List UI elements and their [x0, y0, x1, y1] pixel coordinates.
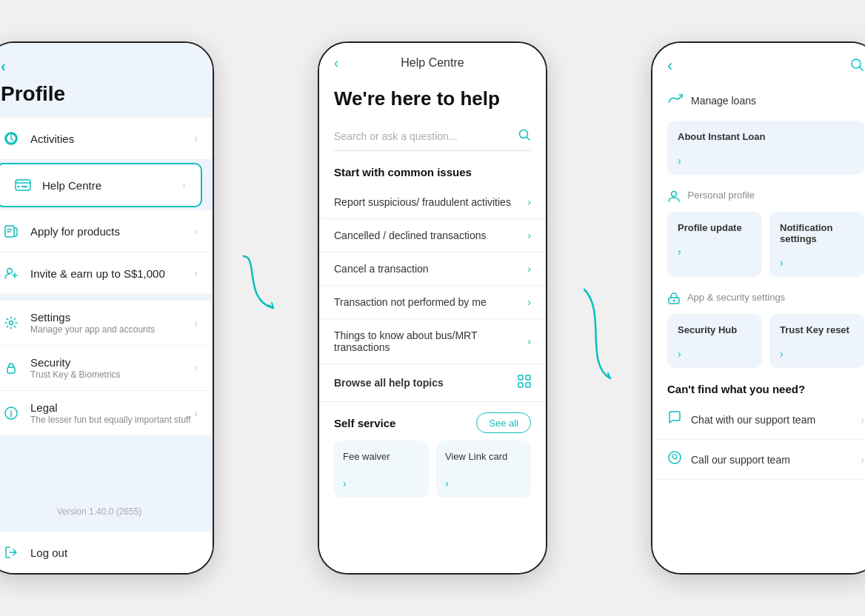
- help-item-suspicious-chevron: ›: [527, 196, 531, 208]
- sidebar-item-legal[interactable]: Legal The lesser fun but equally importa…: [0, 391, 213, 436]
- about-instant-loan-label: About Instant Loan: [678, 131, 854, 142]
- notification-settings-label: Notification settings: [780, 222, 854, 244]
- invite-label: Invite & earn up to S$1,000: [30, 267, 194, 280]
- notification-settings-card[interactable]: Notification settings ›: [769, 212, 864, 277]
- common-issues-label: Start with common issues: [319, 161, 546, 186]
- menu-divider: [0, 295, 213, 301]
- help-item-not-performed-chevron: ›: [527, 296, 531, 308]
- svg-point-1: [18, 186, 20, 188]
- sidebar-item-apply-products[interactable]: Apply for products ›: [0, 210, 213, 252]
- apply-products-label: Apply for products: [30, 225, 194, 238]
- search-placeholder: Search or ask a question...: [334, 130, 518, 142]
- invite-chevron: ›: [194, 267, 198, 279]
- sidebar-item-security[interactable]: Security Trust Key & Biometrics ›: [0, 346, 213, 391]
- service-card-fee-waiver[interactable]: Fee waiver ›: [334, 441, 429, 498]
- help-item-suspicious-text: Report suspicious/ fraudulent activities: [334, 196, 527, 208]
- personal-profile-cards: Profile update › Notification settings ›: [652, 207, 865, 284]
- legal-chevron: ›: [194, 407, 198, 419]
- call-support-item[interactable]: Call our support team ›: [652, 440, 865, 480]
- sidebar-item-settings[interactable]: Settings Manage your app and accounts ›: [0, 301, 213, 346]
- svg-rect-10: [526, 375, 530, 380]
- help-item-suspicious[interactable]: Report suspicious/ fraudulent activities…: [319, 186, 546, 219]
- service-card-view-link-card[interactable]: View Link card ›: [436, 441, 531, 498]
- view-link-card-chevron: ›: [445, 478, 449, 489]
- legal-icon: [1, 403, 21, 424]
- service-cards-container: Fee waiver › View Link card ›: [319, 441, 546, 498]
- manage-loans-label: Manage loans: [691, 95, 756, 107]
- see-all-label: See all: [489, 418, 518, 429]
- chat-support-chevron: ›: [861, 414, 864, 426]
- security-hub-card[interactable]: Security Hub ›: [667, 314, 762, 368]
- back-icon[interactable]: ‹: [1, 58, 6, 75]
- view-link-card-label: View Link card: [445, 451, 522, 462]
- svg-point-16: [673, 300, 675, 302]
- help-centre-chevron: ›: [182, 179, 186, 191]
- profile-header: ‹: [0, 43, 213, 82]
- about-instant-loan-card[interactable]: About Instant Loan ›: [667, 121, 864, 175]
- trust-key-reset-card[interactable]: Trust Key reset ›: [769, 314, 864, 368]
- apply-products-chevron: ›: [194, 225, 198, 237]
- activities-label: Activities: [30, 133, 194, 145]
- help-centre-back-icon[interactable]: ‹: [334, 56, 338, 71]
- security-hub-label: Security Hub: [678, 324, 752, 335]
- app-security-section-title: App & security settings: [652, 284, 865, 309]
- svg-rect-0: [16, 180, 30, 190]
- svg-point-13: [852, 59, 861, 68]
- help-item-cancelled[interactable]: Cancelled / declined transactions ›: [319, 219, 546, 252]
- sidebar-item-help-centre[interactable]: Help Centre ›: [0, 163, 202, 207]
- search-bar[interactable]: Search or ask a question...: [334, 122, 531, 151]
- settings-label: Settings: [30, 311, 70, 324]
- security-settings-header: ‹: [652, 43, 865, 83]
- grid-icon: [518, 375, 531, 391]
- invite-icon: [1, 263, 21, 284]
- phone-security-settings: ‹ Mana: [651, 41, 865, 575]
- chat-support-item[interactable]: Chat with our support team ›: [652, 400, 865, 440]
- notification-settings-chevron: ›: [780, 257, 784, 269]
- settings-chevron: ›: [194, 317, 198, 329]
- security-settings-screen: ‹ Mana: [652, 43, 865, 573]
- logout-label: Log out: [30, 546, 198, 559]
- security-settings-back-icon[interactable]: ‹: [667, 56, 672, 76]
- sidebar-item-invite[interactable]: Invite & earn up to S$1,000 ›: [0, 252, 213, 295]
- help-centre-hero: We're here to help: [319, 77, 546, 122]
- svg-point-14: [672, 192, 677, 197]
- cant-find-label: Can't find what you need?: [652, 375, 865, 400]
- help-centre-header-title: Help Centre: [401, 56, 464, 70]
- phone-help-centre: ‹ Help Centre We're here to help Search …: [318, 41, 547, 575]
- help-centre-label: Help Centre: [42, 179, 182, 192]
- help-item-cancel-text: Cancel a transaction: [334, 263, 527, 275]
- help-item-not-performed[interactable]: Transaction not performed by me ›: [319, 286, 546, 319]
- see-all-button[interactable]: See all: [476, 412, 531, 433]
- manage-loans-icon: [667, 92, 684, 109]
- profile-update-card[interactable]: Profile update ›: [667, 212, 762, 277]
- help-centre-icon: [13, 175, 33, 195]
- help-item-cancel-chevron: ›: [527, 263, 531, 275]
- profile-screen: ‹ Profile Activities ›: [0, 43, 213, 573]
- manage-loans-item[interactable]: Manage loans: [652, 83, 865, 118]
- call-support-label: Call our support team: [691, 454, 861, 466]
- call-support-chevron: ›: [861, 454, 864, 466]
- sidebar-item-activities[interactable]: Activities ›: [0, 118, 213, 160]
- browse-all-topics[interactable]: Browse all help topics: [319, 364, 546, 402]
- help-item-bus-mrt-chevron: ›: [527, 335, 531, 347]
- self-service-label: Self service: [334, 417, 476, 429]
- page-title: Profile: [0, 82, 213, 118]
- security-icon: [1, 358, 21, 378]
- help-item-bus-mrt[interactable]: Things to know about bus/MRT transaction…: [319, 319, 546, 364]
- version-text: Version 1.40.0 (2655): [0, 492, 213, 532]
- trust-key-reset-label: Trust Key reset: [780, 324, 854, 335]
- security-settings-search-icon[interactable]: [849, 57, 864, 75]
- activities-icon: [1, 128, 21, 149]
- logout-item[interactable]: Log out: [0, 532, 213, 573]
- svg-point-8: [520, 130, 528, 138]
- settings-sublabel: Manage your app and accounts: [30, 324, 194, 335]
- fee-waiver-chevron: ›: [343, 478, 347, 489]
- main-container: ‹ Profile Activities ›: [0, 0, 865, 616]
- security-hub-chevron: ›: [678, 348, 681, 360]
- personal-profile-section-title: Personal profile: [652, 182, 865, 207]
- arrow-2: [570, 282, 629, 393]
- profile-update-chevron: ›: [678, 246, 681, 258]
- activities-chevron: ›: [194, 133, 198, 144]
- help-item-cancel-transaction[interactable]: Cancel a transaction ›: [319, 252, 546, 286]
- search-icon[interactable]: [518, 128, 531, 144]
